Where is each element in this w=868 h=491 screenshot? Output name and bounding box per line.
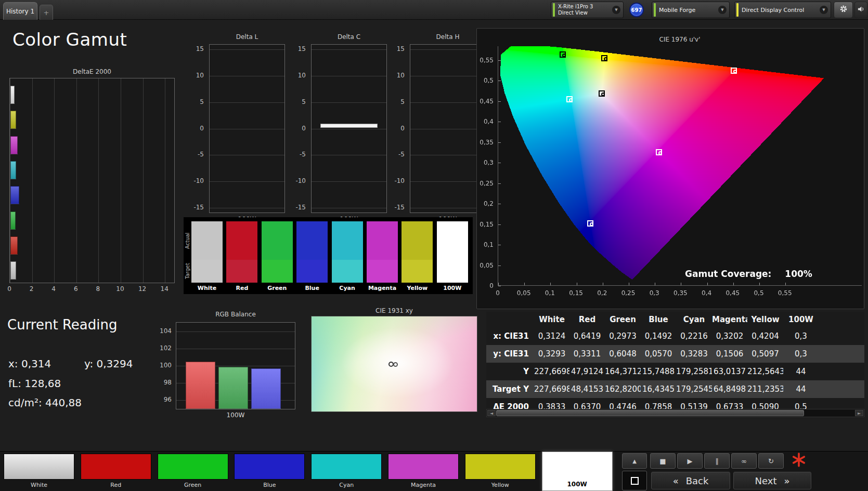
rgb-balance-y-axis: 1041021009896 <box>154 322 174 409</box>
meter-dropdown[interactable]: X-Rite i1Pro 3 Direct View ▼ <box>551 2 624 18</box>
tick-mark <box>498 122 501 122</box>
gamut-coverage-value: 100% <box>785 269 812 279</box>
gridline <box>210 129 284 129</box>
swatch-column-red: Red <box>226 217 257 294</box>
axis-tick-label: 104 <box>160 327 172 335</box>
pause-button[interactable]: ∥ <box>704 453 730 469</box>
axis-tick-label: 14 <box>161 285 169 293</box>
current-reading-title: Current Reading <box>7 317 117 333</box>
cie1976-title: CIE 1976 u'v' <box>659 36 701 43</box>
gamut-actual-marker-green <box>562 54 566 57</box>
scroll-right-button[interactable]: ► <box>855 410 863 416</box>
history-tab-label: History 1 <box>6 8 34 15</box>
settings-button[interactable] <box>834 2 853 18</box>
swatch-label: Yellow <box>401 285 433 291</box>
axis-tick-label: 0 <box>302 125 306 132</box>
table-cell: 0,3 <box>783 331 819 341</box>
axis-tick-label: 0,55 <box>480 57 494 64</box>
swatch-column-magenta: Magenta <box>367 217 398 294</box>
play-button[interactable]: ▶ <box>677 453 703 469</box>
add-history-tab-button[interactable]: + <box>40 5 53 20</box>
pattern-window-button[interactable] <box>622 471 647 490</box>
gridline <box>410 181 485 182</box>
tick-mark <box>498 266 501 266</box>
table-cell: 16,4345 <box>641 384 676 394</box>
swatch-label: 100W <box>437 285 468 291</box>
delta-l-y-axis: 151050-5-10-15 <box>187 44 206 213</box>
refresh-button[interactable]: ↻ <box>758 453 784 469</box>
next-button[interactable]: Next » <box>733 472 811 489</box>
axis-tick-label: 5 <box>200 98 204 105</box>
chevron-down-icon[interactable]: ▼ <box>820 6 828 14</box>
speaker-button[interactable] <box>854 2 867 18</box>
deltae-chart-title: DeltaE 2000 <box>73 68 111 75</box>
table-cell: 48,4153 <box>569 384 605 394</box>
rgb-balance-chart <box>176 322 295 409</box>
alert-indicator <box>787 452 811 470</box>
gridline <box>210 155 284 155</box>
reading-x: x: 0,314 <box>8 357 51 370</box>
table-cell: 0,3283 <box>676 349 712 359</box>
target-swatch <box>191 260 223 283</box>
source-dropdown[interactable]: Mobile Forge ▼ <box>652 2 730 18</box>
meter-dropdown-label: X-Rite i1Pro 3 Direct View <box>558 4 612 16</box>
gridline <box>121 78 121 283</box>
topbar: History 1 + X-Rite i1Pro 3 Direct View ▼… <box>0 0 868 20</box>
axis-tick-label: 0,25 <box>621 289 636 297</box>
chevron-down-icon[interactable]: ▼ <box>718 6 727 14</box>
delta-c-chart <box>311 44 387 213</box>
reading-cdm2: cd/m²: 440,88 <box>8 396 82 409</box>
axis-tick-label: 0,35 <box>480 139 494 146</box>
history-tab[interactable]: History 1 <box>3 2 37 20</box>
deltae-bar-red <box>10 236 18 255</box>
footer: WhiteRedGreenBlueCyanMagentaYellow100W ▲… <box>0 451 868 491</box>
axis-tick-label: 2 <box>30 285 34 293</box>
axis-tick-label: 100 <box>160 362 172 369</box>
deltae-bar-cyan <box>10 161 16 179</box>
deltae-bar-100w <box>10 261 16 280</box>
delta-l-title: Delta L <box>236 33 258 41</box>
axis-tick-label: -5 <box>300 151 306 158</box>
table-row: x: CIE310,31240,64190,29730,14920,22160,… <box>486 327 864 345</box>
tick-mark <box>629 283 629 285</box>
chevron-down-icon[interactable]: ▼ <box>612 6 620 14</box>
scroll-left-button[interactable]: ◄ <box>487 410 496 416</box>
tick-mark <box>759 283 760 285</box>
loop-button[interactable]: ∞ <box>731 453 757 469</box>
tick-mark <box>498 286 501 286</box>
stop-button[interactable]: ■ <box>650 453 676 469</box>
tick-mark <box>498 224 501 225</box>
tick-mark <box>498 204 501 204</box>
gamut-coverage: Gamut Coverage: 100% <box>685 269 812 279</box>
gridline <box>54 78 55 283</box>
axis-tick-label: 0,45 <box>726 289 740 297</box>
app-root: History 1 + X-Rite i1Pro 3 Direct View ▼… <box>0 0 868 491</box>
back-button[interactable]: « Back <box>651 472 730 489</box>
actual-swatch <box>191 221 223 260</box>
swatch-strip: Actual Target WhiteRedGreenBlueCyanMagen… <box>184 217 473 294</box>
gridline <box>210 208 284 208</box>
swatch-column-100w: 100W <box>437 217 468 294</box>
cie1931-title: CIE 1931 xy <box>375 307 413 314</box>
gridline <box>210 49 284 50</box>
tile-label: White <box>4 482 74 488</box>
axis-tick-label: 98 <box>164 379 172 386</box>
tick-mark <box>550 283 551 285</box>
gridline <box>165 78 165 283</box>
plus-icon: + <box>44 9 49 17</box>
table-row-label: y: CIE31 <box>486 349 534 359</box>
table-scrollbar[interactable]: ◄ ► <box>486 409 864 417</box>
display-control-dropdown[interactable]: Direct Display Control ▼ <box>734 2 831 18</box>
swatch-label: Magenta <box>367 285 398 291</box>
delta-c-title: Delta C <box>338 33 360 41</box>
tile-label: Magenta <box>388 482 459 488</box>
display-dropdown-label: Direct Display Control <box>742 7 820 14</box>
axis-tick-label: 8 <box>96 285 100 293</box>
gamut-coverage-label: Gamut Coverage: <box>685 269 771 279</box>
gridline <box>410 208 485 208</box>
gridline <box>410 102 485 103</box>
gridline <box>312 102 386 103</box>
cie1976-markers <box>498 46 862 286</box>
gridline <box>176 349 295 349</box>
scrollbar-thumb[interactable] <box>496 410 804 416</box>
